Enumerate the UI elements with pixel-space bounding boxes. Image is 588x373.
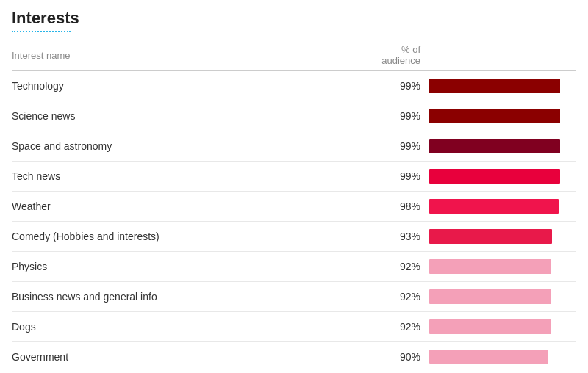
row-interest-name: Space and astronomy (12, 140, 370, 152)
row-bar-container (429, 229, 576, 244)
row-interest-name: Tech news (12, 170, 370, 182)
row-interest-name: Science news (12, 110, 370, 122)
row-interest-name: Comedy (Hobbies and interests) (12, 231, 370, 242)
table-row: Physics 92% (12, 252, 576, 282)
row-bar (429, 350, 548, 364)
row-bar (429, 169, 560, 184)
row-pct-value: 99% (370, 80, 429, 92)
table-row: Business news and general info 92% (12, 282, 576, 312)
row-interest-name: Business news and general info (12, 291, 370, 303)
table-row: Comedy (Hobbies and interests) 93% (12, 222, 576, 252)
row-bar (429, 199, 559, 214)
table-row: Dogs 92% (12, 312, 576, 342)
row-pct-value: 92% (370, 291, 429, 303)
title-underline (12, 31, 71, 32)
row-bar-container (429, 169, 576, 184)
row-bar-container (429, 289, 576, 304)
row-bar (429, 259, 551, 274)
row-bar-container (429, 139, 576, 153)
row-bar (429, 139, 560, 153)
row-interest-name: Government (12, 351, 370, 363)
table-row: Science news 99% (12, 101, 576, 131)
row-pct-value: 92% (370, 321, 429, 333)
table-header: Interest name % of audience (12, 40, 576, 71)
header-name: Interest name (12, 50, 370, 61)
row-pct-value: 99% (370, 170, 429, 182)
table-row: Technology 99% (12, 71, 576, 101)
row-bar-container (429, 319, 576, 334)
row-bar (429, 109, 560, 123)
row-bar-container (429, 259, 576, 274)
row-bar-container (429, 350, 576, 364)
row-bar (429, 229, 552, 244)
row-interest-name: Physics (12, 261, 370, 272)
row-interest-name: Technology (12, 80, 370, 92)
row-interest-name: Dogs (12, 321, 370, 333)
row-interest-name: Weather (12, 200, 370, 212)
row-pct-value: 90% (370, 351, 429, 363)
row-bar (429, 319, 551, 334)
row-pct-value: 93% (370, 231, 429, 242)
row-pct-value: 98% (370, 200, 429, 212)
row-pct-value: 99% (370, 110, 429, 122)
row-bar (429, 289, 551, 304)
row-bar-container (429, 199, 576, 214)
table-row: Tech news 99% (12, 162, 576, 192)
row-pct-value: 92% (370, 261, 429, 272)
row-pct-value: 99% (370, 140, 429, 152)
table-row: Space and astronomy 99% (12, 131, 576, 162)
rows-container: Technology 99% Science news 99% Space an… (12, 71, 576, 372)
table-row: Weather 98% (12, 192, 576, 222)
row-bar (429, 79, 560, 93)
header-pct: % of audience (370, 44, 429, 66)
table-row: Government 90% (12, 342, 576, 372)
page-title: Interests (12, 9, 576, 28)
row-bar-container (429, 109, 576, 123)
row-bar-container (429, 79, 576, 93)
